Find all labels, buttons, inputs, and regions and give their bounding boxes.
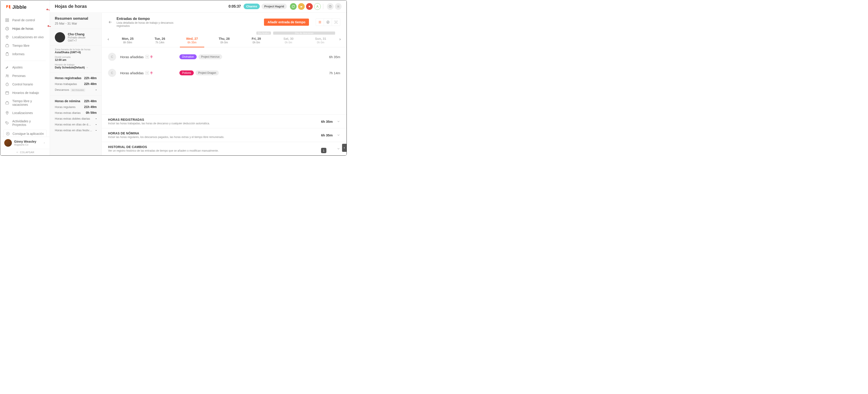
section-title: HISTORIAL DE CAMBIOS: [108, 145, 337, 149]
nav-activities[interactable]: Actividades y Proyectos: [0, 117, 50, 129]
side-tab[interactable]: [342, 144, 346, 152]
nav-label: Horarios de trabajo: [12, 91, 39, 95]
nav-live-locations[interactable]: Localizaciones en vivo: [0, 33, 50, 41]
nav: Panel de control Hojas de horas Localiza…: [0, 14, 50, 137]
next-week-button[interactable]: [337, 32, 343, 47]
chevron-down-icon: [86, 66, 88, 69]
nav-schedules[interactable]: Horarios de trabajo: [0, 89, 50, 97]
schedule-label: Horario de trabajo: [55, 63, 97, 66]
money-view-button[interactable]: [324, 19, 332, 26]
logo-text: Jibble: [12, 4, 27, 10]
activity-tag: Potions: [179, 70, 194, 75]
focus-icon: [334, 20, 338, 24]
timer: 0:05:37: [229, 4, 241, 8]
nav-settings[interactable]: Ajustes: [0, 63, 50, 71]
clock-icon: [5, 27, 9, 31]
day-label: Mon, 25: [112, 37, 144, 40]
add-entry-button[interactable]: Añadir entrada de tiempo: [264, 19, 309, 26]
svg-rect-2: [6, 21, 7, 22]
day-tab[interactable]: Mon, 258h 59m: [112, 35, 144, 47]
nav-people[interactable]: Personas: [0, 71, 50, 80]
user-name: Ginny Weasley: [14, 140, 41, 143]
user-status-button[interactable]: [314, 3, 321, 10]
nav-locations[interactable]: Localizaciones: [0, 109, 50, 117]
collapse-button[interactable]: COLAPSAR: [0, 149, 50, 155]
chevron-down-icon: [337, 147, 340, 151]
stat-label: Horas extras en días de d…: [55, 123, 91, 126]
day-tab[interactable]: Sat, 300h 0m: [273, 35, 305, 47]
nav-divider: [4, 61, 45, 61]
question-icon: [329, 5, 332, 8]
project-chip[interactable]: Project Hagrid: [261, 4, 287, 9]
back-button[interactable]: [108, 20, 113, 24]
day-tab[interactable]: Fri, 290h 0m: [240, 35, 273, 47]
project-tag: Project Horcrux: [198, 54, 222, 59]
day-tab[interactable]: Tue, 267h 14m: [144, 35, 176, 47]
project-tag: Project Dragon: [195, 70, 219, 75]
settings-button[interactable]: [335, 3, 342, 10]
nav-getapp[interactable]: Consigue la aplicación: [3, 130, 46, 137]
stop-button[interactable]: [306, 3, 313, 10]
list-view-button[interactable]: [316, 19, 324, 26]
user-footer[interactable]: Ginny Weasley Hogwarts Co: [0, 137, 50, 149]
stat-label: Horas extras en días festiv…: [55, 129, 92, 132]
profile-avatar: [55, 32, 65, 42]
nav-holidays[interactable]: Tiempo libre y vacaciones: [0, 97, 50, 109]
activity-chip[interactable]: Charms: [244, 4, 260, 9]
schedule-dropdown[interactable]: Daily Schedule(Default): [55, 66, 97, 69]
chevron-left-icon: [343, 146, 346, 149]
profile-tz: GMT+7: [68, 39, 86, 42]
day-tab[interactable]: Wed, 276h 35m: [176, 35, 208, 47]
chevron-down-icon: [337, 120, 340, 123]
split-value: 12:00 am: [55, 58, 97, 62]
stat-label: Horas de nómina: [55, 99, 80, 103]
svg-rect-17: [309, 6, 310, 7]
logo[interactable]: Jibble: [0, 0, 50, 14]
focus-view-button[interactable]: [332, 19, 340, 26]
arrow-left-icon: [108, 20, 113, 24]
section-history[interactable]: HISTORIAL DE CAMBIOS Ver un registro his…: [102, 142, 346, 155]
wrench-icon: [5, 65, 9, 69]
nav-label: Control horario: [12, 83, 33, 86]
nav-timeoff[interactable]: Tiempo libre: [0, 41, 50, 50]
page-title: Hojas de horas: [55, 4, 229, 9]
nav-dashboard[interactable]: Panel de control: [0, 16, 50, 24]
time-entry[interactable]: C Horas añadidas M Divination Project Ho…: [108, 49, 340, 65]
svg-rect-6: [6, 45, 9, 47]
section-tracked[interactable]: HORAS REGISTRADAS Incluir las horas trab…: [102, 115, 346, 128]
nav-label: Tiempo libre: [12, 44, 30, 47]
day-tab[interactable]: Sun, 310h 0m: [305, 35, 337, 47]
gear-icon: [337, 5, 340, 8]
play-button[interactable]: [290, 3, 297, 10]
page-badge[interactable]: 1: [321, 148, 327, 153]
entry-title: Horas añadidas: [120, 71, 144, 75]
meta-block: Zona horaria de la hoja de horas Asia/Dh…: [50, 45, 101, 72]
stat-value: 22h 48m: [84, 82, 97, 86]
day-duration: 0h 0m: [208, 41, 240, 44]
section-payroll[interactable]: HORAS DE NÓMINA Incluir las horas regula…: [102, 128, 346, 142]
day-tab[interactable]: Thu, 280h 0m: [208, 35, 240, 47]
split-label: Dividir jornada: [55, 56, 97, 58]
collapse-icon: [16, 151, 19, 154]
stat-value: -: [95, 117, 97, 120]
nav-timesheets[interactable]: Hojas de horas: [0, 24, 50, 33]
nav-reports[interactable]: Informes: [0, 50, 50, 58]
nav-label: Localizaciones: [12, 111, 33, 115]
svg-point-14: [7, 112, 8, 113]
pin-icon: [5, 111, 9, 115]
manual-badge: M: [146, 71, 149, 75]
time-entry[interactable]: C Horas añadidas M Potions Project Drago…: [108, 65, 340, 81]
unpaid-badge: NO PAGADO: [70, 89, 85, 92]
location-pin-icon: [150, 55, 153, 58]
svg-point-5: [7, 36, 8, 37]
nav-timecontrol[interactable]: Control horario: [0, 80, 50, 89]
stopwatch-icon: [5, 82, 9, 86]
stat-label: Horas regulares: [55, 105, 75, 109]
day-duration: 0h 0m: [273, 41, 305, 44]
topbar: Hojas de horas 0:05:37 Charms Project Ha…: [50, 0, 346, 13]
pause-button[interactable]: [298, 3, 305, 10]
help-button[interactable]: [327, 3, 334, 10]
dollar-icon: [326, 20, 330, 24]
chevron-right-icon: [43, 141, 45, 144]
prev-week-button[interactable]: [105, 32, 112, 47]
